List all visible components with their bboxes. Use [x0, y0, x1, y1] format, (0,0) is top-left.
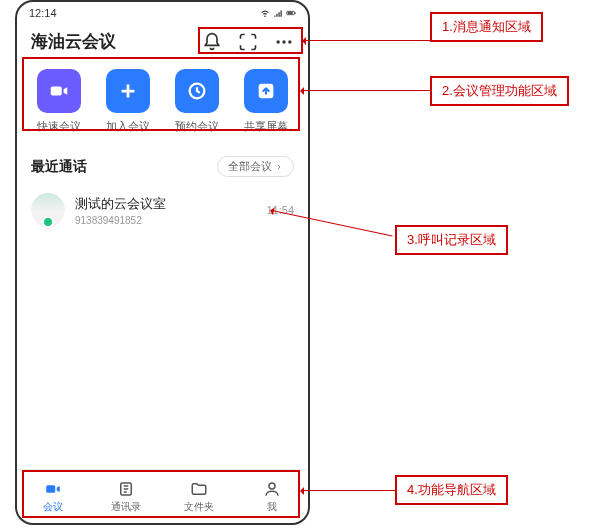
call-name: 测试的云会议室: [75, 195, 256, 213]
call-sub: 913839491852: [75, 215, 256, 226]
call-text: 测试的云会议室913839491852: [75, 195, 256, 226]
svg-point-11: [269, 483, 275, 489]
bell-icon[interactable]: [202, 32, 222, 52]
header-actions: [202, 32, 294, 52]
call-item[interactable]: 测试的云会议室91383949185211:54: [17, 183, 308, 237]
callout-2: 2.会议管理功能区域: [430, 76, 569, 106]
recent-title: 最近通话: [31, 158, 87, 176]
status-indicators: [260, 8, 296, 18]
callout-line-1: [304, 40, 430, 41]
upload-icon: [244, 69, 288, 113]
action-clock[interactable]: 预约会议: [163, 69, 232, 134]
wifi-icon: [260, 8, 270, 18]
svg-point-5: [288, 40, 291, 43]
clock-icon: [175, 69, 219, 113]
action-video[interactable]: 快速会议: [25, 69, 94, 134]
svg-rect-6: [51, 86, 62, 95]
svg-point-3: [277, 40, 280, 43]
nav-会议[interactable]: 会议: [17, 480, 90, 514]
app-header: 海油云会议: [17, 24, 308, 63]
action-label: 共享屏幕: [244, 119, 288, 134]
more-icon[interactable]: [274, 32, 294, 52]
plus-icon: [106, 69, 150, 113]
action-upload[interactable]: 共享屏幕: [231, 69, 300, 134]
svg-rect-2: [288, 12, 293, 14]
nav-文件夹[interactable]: 文件夹: [163, 480, 236, 514]
svg-rect-9: [47, 485, 56, 493]
video-icon: [37, 69, 81, 113]
nav-label: 我: [267, 500, 277, 514]
callout-3: 3.呼叫记录区域: [395, 225, 508, 255]
action-label: 加入会议: [106, 119, 150, 134]
signal-icon: [273, 8, 283, 18]
svg-rect-1: [295, 12, 296, 14]
bottom-nav: 会议通讯录文件夹我: [17, 469, 308, 523]
callout-4: 4.功能导航区域: [395, 475, 508, 505]
avatar: [31, 193, 65, 227]
nav-我[interactable]: 我: [235, 480, 308, 514]
action-label: 快速会议: [37, 119, 81, 134]
svg-point-4: [282, 40, 285, 43]
phone-frame: 12:14 海油云会议 快速会议加入会议预约会议共享屏幕 最近通话 全部会议: [15, 0, 310, 525]
nav-label: 会议: [43, 500, 63, 514]
nav-通讯录[interactable]: 通讯录: [90, 480, 163, 514]
nav-label: 文件夹: [184, 500, 214, 514]
callout-1: 1.消息通知区域: [430, 12, 543, 42]
app-title: 海油云会议: [31, 30, 116, 53]
nav-folder-icon: [188, 480, 210, 498]
nav-me-icon: [261, 480, 283, 498]
call-list: 测试的云会议室91383949185211:54: [17, 183, 308, 469]
nav-contacts-icon: [115, 480, 137, 498]
status-time: 12:14: [29, 7, 57, 19]
status-bar: 12:14: [17, 2, 308, 24]
callout-line-4: [302, 490, 395, 491]
callout-line-2: [302, 90, 430, 91]
nav-video-icon: [42, 480, 64, 498]
nav-label: 通讯录: [111, 500, 141, 514]
recent-header: 最近通话 全部会议: [17, 146, 308, 183]
quick-actions: 快速会议加入会议预约会议共享屏幕: [17, 63, 308, 146]
chevron-right-icon: [275, 163, 283, 171]
battery-icon: [286, 8, 296, 18]
filter-all-meetings[interactable]: 全部会议: [217, 156, 294, 177]
filter-label: 全部会议: [228, 159, 272, 174]
action-plus[interactable]: 加入会议: [94, 69, 163, 134]
action-label: 预约会议: [175, 119, 219, 134]
scan-icon[interactable]: [238, 32, 258, 52]
